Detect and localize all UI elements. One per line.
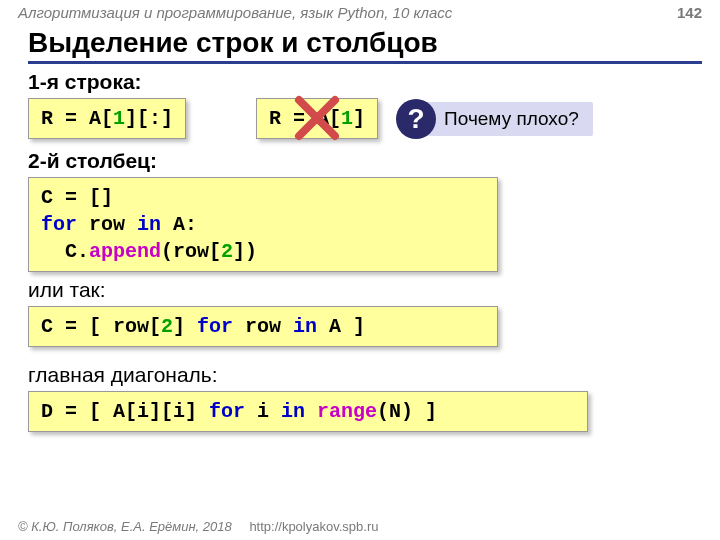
copyright: © К.Ю. Поляков, Е.А. Ерёмин, 2018 bbox=[18, 519, 232, 534]
course-title: Алгоритмизация и программирование, язык … bbox=[18, 4, 452, 21]
slide-header: Алгоритмизация и программирование, язык … bbox=[0, 0, 720, 21]
label-or: или так: bbox=[28, 278, 692, 302]
code-row-noslice: R = A[1] bbox=[256, 98, 378, 139]
code-row-slice: R = A[1][:] bbox=[28, 98, 186, 139]
page-number: 142 bbox=[677, 4, 702, 21]
slide-title: Выделение строк и столбцов bbox=[28, 27, 702, 64]
row-examples: R = A[1][:] R = A[1] ? Почему плохо? bbox=[28, 98, 692, 139]
footer-url: http://kpolyakov.spb.ru bbox=[249, 519, 378, 534]
question-mark-icon: ? bbox=[396, 99, 436, 139]
slide-footer: © К.Ю. Поляков, Е.А. Ерёмин, 2018 http:/… bbox=[18, 519, 378, 534]
code-column-comprehension: C = [ row[2] for row in A ] bbox=[28, 306, 498, 347]
bad-example-wrap: R = A[1] bbox=[256, 98, 378, 139]
label-second-col: 2-й столбец: bbox=[28, 149, 692, 173]
question-text: Почему плохо? bbox=[422, 102, 593, 136]
code-diagonal: D = [ A[i][i] for i in range(N) ] bbox=[28, 391, 588, 432]
label-diagonal: главная диагональ: bbox=[28, 363, 692, 387]
question-bubble: ? Почему плохо? bbox=[396, 99, 593, 139]
slide-content: 1-я строка: R = A[1][:] R = A[1] ? Почем… bbox=[0, 70, 720, 432]
label-first-row: 1-я строка: bbox=[28, 70, 692, 94]
code-column-loop: C = [] for row in A: C.append(row[2]) bbox=[28, 177, 498, 272]
